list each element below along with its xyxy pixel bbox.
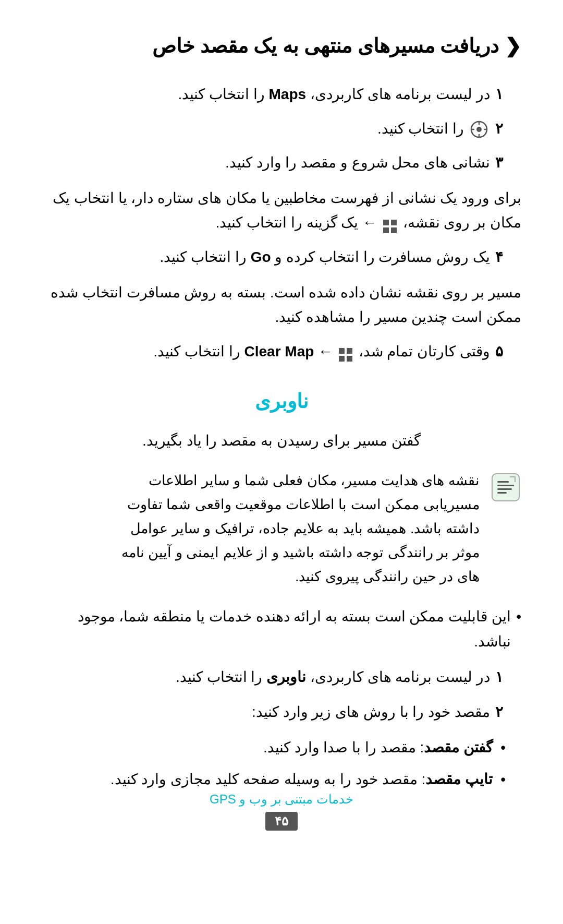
settings-icon <box>470 121 488 138</box>
step-1: ۱ در لیست برنامه های کاربردی، Maps را ان… <box>42 82 521 107</box>
note-line-3: داشته باشد. همیشه باید به علایم جاده، تر… <box>130 521 480 536</box>
svg-rect-10 <box>339 348 345 354</box>
note-line-5: های در حین رانندگی پیروی کنید. <box>295 569 480 584</box>
svg-rect-6 <box>383 220 389 225</box>
nav-step-1-before: در لیست برنامه های کاربردی، <box>306 669 490 685</box>
step-5-clearmap: Clear Map <box>244 343 314 359</box>
step-4-text-before: یک روش مسافرت را انتخاب کرده و <box>271 249 490 265</box>
step-4-sub: مسیر بر روی نقشه نشان داده شده است. بسته… <box>42 280 521 330</box>
svg-rect-8 <box>383 227 389 233</box>
svg-rect-13 <box>347 356 352 362</box>
nav-step-num-1: ۱ <box>495 665 521 690</box>
svg-rect-17 <box>497 488 512 490</box>
sub-bullet-1-text: : مقصد را با صدا وارد کنید. <box>263 739 424 755</box>
section-navigation: ناوبری گفتن مسیر برای رسیدن به مقصد را ی… <box>42 390 521 792</box>
step-3-sub: برای ورود یک نشانی از فهرست مخاطبین یا م… <box>42 186 521 235</box>
svg-rect-16 <box>497 485 514 486</box>
nav-steps-list: ۱ در لیست برنامه های کاربردی، ناوبری را … <box>42 665 521 725</box>
step-num-3: ۳ <box>495 150 521 175</box>
sub-bullet-1-bold: گفتن مقصد <box>424 739 493 755</box>
step-1-text-before: در لیست برنامه های کاربردی، <box>306 86 490 102</box>
grid-icon-2 <box>338 345 353 359</box>
nav-bullets: این قابلیت ممکن است بسته به ارائه دهنده … <box>42 604 521 654</box>
footer-page-number: ۴۵ <box>265 812 298 831</box>
nav-step-1-navbari: ناوبری <box>266 669 306 685</box>
step-3: ۳ نشانی های محل شروع و مقصد را وارد کنید… <box>42 150 521 175</box>
svg-rect-15 <box>497 481 509 483</box>
nav-step-2: ۲ مقصد خود را با روش های زیر وارد کنید: <box>42 700 521 725</box>
nav-sub-bullets: گفتن مقصد: مقصد را با صدا وارد کنید. تای… <box>42 735 506 792</box>
note-line-1: نقشه های هدایت مسیر، مکان فعلی شما و سای… <box>149 473 480 488</box>
footer: خدمات مبتنی بر وب و GPS ۴۵ <box>0 792 563 831</box>
step-num-5: ۵ <box>495 339 521 364</box>
note-line-4: موثر بر رانندگی توجه داشته باشید و از عل… <box>121 545 480 560</box>
sub-bullet-1: گفتن مقصد: مقصد را با صدا وارد کنید. <box>42 735 506 760</box>
step-2: ۲ را انتخاب کنید. <box>42 116 521 141</box>
step-4-text-after: را انتخاب کنید. <box>160 249 251 265</box>
nav-title: ناوبری <box>42 390 521 413</box>
nav-step-num-2: ۲ <box>495 700 521 725</box>
step-num-1: ۱ <box>495 82 521 107</box>
step-1-text-after: را انتخاب کنید. <box>178 86 268 102</box>
nav-subtitle: گفتن مسیر برای رسیدن به مقصد را یاد بگیر… <box>42 428 521 453</box>
nav-step-1: ۱ در لیست برنامه های کاربردی، ناوبری را … <box>42 665 521 690</box>
nav-bullet-1: این قابلیت ممکن است بسته به ارائه دهنده … <box>42 604 521 654</box>
nav-note-content: نقشه های هدایت مسیر، مکان فعلی شما و سای… <box>42 469 480 589</box>
sub-bullet-2: تایپ مقصد: مقصد خود را به وسیله صفحه کلی… <box>42 767 506 792</box>
svg-rect-9 <box>391 227 397 233</box>
nav-step-2-text: مقصد خود را با روش های زیر وارد کنید: <box>252 704 490 720</box>
svg-rect-12 <box>339 356 345 362</box>
section-routes-title: ❮ دریافت مسیرهای منتهی به یک مقصد خاص <box>42 31 521 61</box>
chevron-icon: ❮ <box>505 35 521 57</box>
svg-rect-11 <box>347 348 352 354</box>
step-5: ۵ وقتی کارتان تمام شد، ← Clear Map را ا <box>42 339 521 364</box>
step-4-go: Go <box>251 249 271 265</box>
grid-icon <box>383 217 397 231</box>
svg-rect-7 <box>391 220 397 225</box>
routes-steps-list-2: ۴ یک روش مسافرت را انتخاب کرده و Go را ا… <box>42 245 521 270</box>
routes-steps-list: ۱ در لیست برنامه های کاربردی، Maps را ان… <box>42 82 521 175</box>
step-1-maps: Maps <box>269 86 307 102</box>
section-routes: ❮ دریافت مسیرهای منتهی به یک مقصد خاص ۱ … <box>42 31 521 364</box>
step-5-text-before: وقتی کارتان تمام شد، <box>354 343 490 359</box>
step-5-arrow: ← <box>314 343 333 359</box>
routes-steps-list-3: ۵ وقتی کارتان تمام شد، ← Clear Map را ا <box>42 339 521 364</box>
svg-rect-18 <box>497 492 507 494</box>
step-5-text-after: را انتخاب کنید. <box>153 343 240 359</box>
nav-step-1-after: را انتخاب کنید. <box>176 669 266 685</box>
step-num-4: ۴ <box>495 245 521 270</box>
sub-bullet-2-text: : مقصد خود را به وسیله صفحه کلید مجازی و… <box>111 771 425 787</box>
step-num-2: ۲ <box>495 116 521 141</box>
step-4: ۴ یک روش مسافرت را انتخاب کرده و Go را ا… <box>42 245 521 270</box>
sub-bullet-2-bold: تایپ مقصد <box>425 771 493 787</box>
step-2-text: را انتخاب کنید. <box>377 121 464 137</box>
step-3-text: نشانی های محل شروع و مقصد را وارد کنید. <box>225 154 490 171</box>
svg-point-1 <box>476 127 482 132</box>
footer-text: خدمات مبتنی بر وب و GPS <box>0 792 563 807</box>
nav-note-box: نقشه های هدایت مسیر، مکان فعلی شما و سای… <box>42 469 521 589</box>
note-icon <box>490 472 521 503</box>
note-line-2: مسیریابی ممکن است با اطلاعات موقعیت واقع… <box>127 497 480 512</box>
